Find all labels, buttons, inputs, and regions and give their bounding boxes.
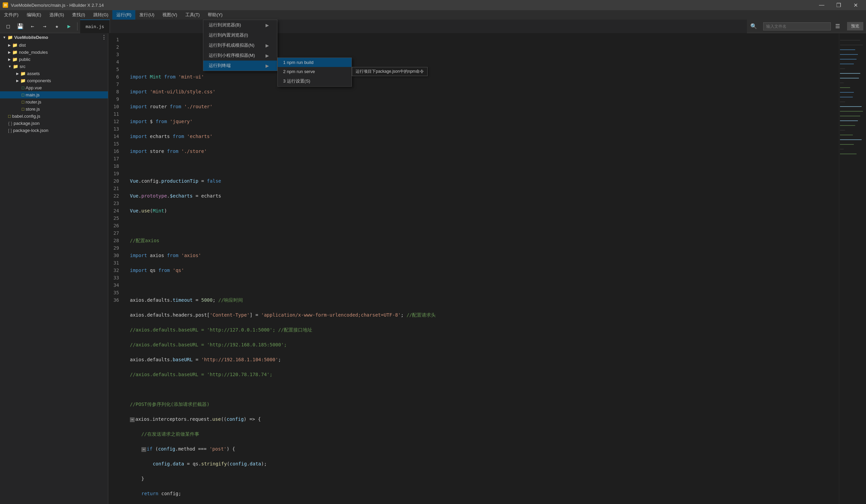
- menu-select[interactable]: 选择(S): [45, 10, 68, 20]
- code-line-4: import 'mint-ui/lib/style.css': [130, 88, 839, 96]
- sidebar-item-package-lock[interactable]: [ ] package-lock.json: [0, 127, 108, 134]
- preview-button[interactable]: 预览: [847, 22, 863, 31]
- forward-button[interactable]: →: [39, 21, 50, 32]
- maximize-button[interactable]: ❐: [831, 0, 846, 10]
- code-line-24: [130, 385, 839, 393]
- code-line-12: Vue.use(Mint): [130, 207, 839, 214]
- close-button[interactable]: ✕: [848, 0, 863, 10]
- code-line-19: axios.defaults.headers.post['Content-Typ…: [130, 311, 839, 318]
- code-line-17: [130, 281, 839, 289]
- folder-icon-nm: 📁: [12, 50, 18, 55]
- sidebar-label-main-js: main.js: [26, 92, 40, 98]
- fold-icon-28[interactable]: −: [141, 447, 146, 452]
- ln-25: 25: [108, 214, 124, 222]
- save-button[interactable]: 💾: [15, 21, 26, 32]
- back-button[interactable]: ←: [27, 21, 38, 32]
- ln-30: 30: [108, 252, 124, 259]
- sidebar-label-nm: node_modules: [19, 50, 48, 55]
- sidebar-item-assets[interactable]: ▶ 📁 assets: [0, 70, 108, 77]
- sidebar-item-public[interactable]: ▶ 📁 public: [0, 56, 108, 63]
- menu-edit[interactable]: 编辑(E): [23, 10, 45, 20]
- menu-run[interactable]: 运行(R): [112, 10, 135, 20]
- folder-icon-comp: 📁: [20, 78, 26, 83]
- code-line-27: //在发送请求之前做某件事: [130, 430, 839, 438]
- sidebar-item-router-js[interactable]: □ router.js: [0, 99, 108, 105]
- ln-9: 9: [108, 96, 124, 103]
- ln-13: 13: [108, 125, 124, 133]
- bookmark-button[interactable]: ★: [52, 21, 62, 32]
- chevron-right-icon-comp: ▶: [16, 79, 19, 82]
- ln-22: 22: [108, 192, 124, 200]
- ln-5: 5: [108, 66, 124, 73]
- run-terminal-item[interactable]: 运行到终端 ▶: [203, 60, 277, 71]
- run-miniapp-item[interactable]: 运行到小程序模拟器(M) ▶: [203, 51, 277, 60]
- chevron-right-icon-pub: ▶: [8, 57, 11, 61]
- arrow-icon-phone: ▶: [266, 43, 269, 48]
- chevron-right-icon-assets: ▶: [16, 72, 19, 76]
- code-line-16: import qs from 'qs': [130, 267, 839, 274]
- menu-help[interactable]: 帮助(Y): [204, 10, 226, 20]
- sidebar-item-store-js[interactable]: □ store.js: [0, 105, 108, 113]
- chevron-down-icon: ▼: [3, 35, 6, 39]
- sidebar: ▼ 📁 VueMobileDemo ⋮ ▶ 📁 dist ▶ 📁 node_mo…: [0, 33, 108, 504]
- menu-file[interactable]: 文件(F): [0, 10, 23, 20]
- sidebar-item-dist[interactable]: ▶ 📁 dist: [0, 42, 108, 49]
- folder-icon-src: 📁: [13, 64, 18, 69]
- run-browser-item[interactable]: 运行到浏览器(B) ▶: [203, 20, 277, 30]
- window-title: VueMobileDemo/src/main.js - HBuilder X 2…: [11, 3, 104, 8]
- sidebar-item-main-js[interactable]: □ main.js: [0, 91, 108, 99]
- editor-area[interactable]: 1 2 3 4 5 6 7 8 9 10 11 12 13 14 15 16 1…: [108, 33, 839, 504]
- run-button[interactable]: ▶: [64, 21, 75, 32]
- ln-32: 32: [108, 267, 124, 274]
- code-line-11: Vue.prototype.$echarts = echarts: [130, 192, 839, 200]
- ln-24: 24: [108, 207, 124, 214]
- tab-main-js[interactable]: main.js: [80, 20, 110, 33]
- minimize-button[interactable]: —: [814, 0, 830, 10]
- menu-goto[interactable]: 跳转(G): [89, 10, 113, 20]
- code-line-30: }: [130, 475, 839, 482]
- filter-icon[interactable]: ☰: [832, 21, 843, 32]
- sidebar-item-babel[interactable]: □ babel.config.js: [0, 113, 108, 120]
- menu-view[interactable]: 视图(V): [158, 10, 181, 20]
- sidebar-label-router-js: router.js: [26, 99, 41, 104]
- sidebar-item-app-vue[interactable]: □ App.vue: [0, 84, 108, 91]
- sidebar-item-src[interactable]: ▼ 📁 src: [0, 63, 108, 70]
- ln-14: 14: [108, 133, 124, 140]
- sidebar-label-comp: components: [27, 78, 51, 83]
- menu-tools[interactable]: 工具(T): [181, 10, 204, 20]
- sidebar-item-root[interactable]: ▼ 📁 VueMobileDemo ⋮: [0, 33, 108, 42]
- code-editor: 1 2 3 4 5 6 7 8 9 10 11 12 13 14 15 16 1…: [108, 33, 839, 504]
- run-terminal-label: 运行到终端: [209, 63, 231, 69]
- code-content[interactable]: import Mint from 'mint-ui' import 'mint-…: [124, 33, 839, 504]
- run-menu-dropdown[interactable]: 运行到浏览器(B) ▶ 运行到内置浏览器(I) 运行到手机或模拟器(N) ▶ 运…: [203, 20, 277, 71]
- ln-19: 19: [108, 170, 124, 177]
- menu-find[interactable]: 查找(I): [68, 10, 89, 20]
- file-icon-main-js: □: [22, 92, 24, 98]
- search-bar[interactable]: [763, 22, 831, 31]
- run-phone-item[interactable]: 运行到手机或模拟器(N) ▶: [203, 40, 277, 51]
- toolbar-sep1: [77, 22, 77, 31]
- new-file-button[interactable]: □: [3, 21, 13, 32]
- code-line-8: import store from './store': [130, 147, 839, 155]
- main-layout: ▼ 📁 VueMobileDemo ⋮ ▶ 📁 dist ▶ 📁 node_mo…: [0, 33, 866, 504]
- file-icon-package: { }: [8, 121, 12, 126]
- ln-29: 29: [108, 244, 124, 252]
- ln-7: 7: [108, 80, 124, 88]
- fold-icon-26[interactable]: −: [130, 417, 135, 422]
- menu-publish[interactable]: 发行(U): [135, 10, 158, 20]
- sidebar-label-babel: babel.config.js: [12, 114, 40, 119]
- code-line-6: import $ from 'jquery': [130, 118, 839, 125]
- arrow-icon-miniapp: ▶: [266, 53, 269, 58]
- search-input[interactable]: [766, 24, 828, 29]
- chevron-right-icon: ▶: [8, 43, 11, 47]
- file-icon-store-js: □: [22, 107, 24, 112]
- code-line-13: [130, 222, 839, 229]
- sidebar-item-components[interactable]: ▶ 📁 components: [0, 77, 108, 84]
- sidebar-item-package-json[interactable]: { } package.json: [0, 120, 108, 127]
- code-line-10: Vue.config.productionTip = false: [130, 177, 839, 185]
- ln-11: 11: [108, 110, 124, 118]
- run-builtin-browser-item[interactable]: 运行到内置浏览器(I): [203, 30, 277, 40]
- sidebar-item-node-modules[interactable]: ▶ 📁 node_modules: [0, 49, 108, 56]
- ln-18: 18: [108, 163, 124, 170]
- file-icon-vue: □: [22, 85, 24, 90]
